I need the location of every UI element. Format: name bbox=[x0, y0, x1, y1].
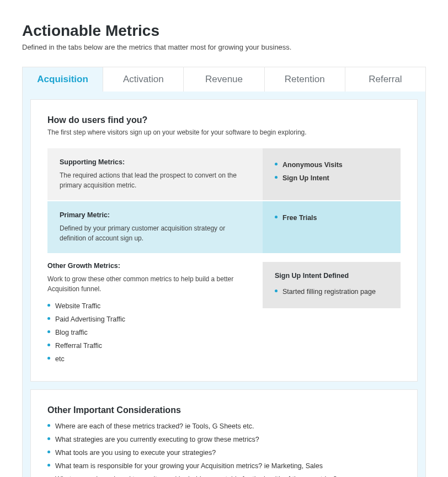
growth-label: Other Growth Metrics: bbox=[47, 262, 252, 270]
growth-row: Other Growth Metrics: Work to grow these… bbox=[47, 262, 401, 366]
list-item: Free Trials bbox=[275, 211, 388, 224]
list-item: Website Traffic bbox=[47, 299, 252, 313]
list-item: What team is responsible for your growin… bbox=[47, 459, 401, 473]
list-item: etc bbox=[47, 352, 252, 366]
tab-bar: Acquisition Activation Revenue Retention… bbox=[22, 67, 426, 92]
list-item: What person is assigned to monitor and b… bbox=[47, 473, 401, 477]
primary-items: Free Trials bbox=[275, 211, 388, 224]
tab-referral[interactable]: Referral bbox=[345, 67, 425, 92]
considerations-heading: Other Important Considerations bbox=[47, 405, 401, 415]
supporting-label: Supporting Metrics: bbox=[60, 158, 250, 166]
defined-items: Started filling registration page bbox=[275, 285, 388, 298]
list-item: What tools are you using to execute your… bbox=[47, 446, 401, 459]
panel-heading: How do users find you? bbox=[47, 115, 401, 125]
page-title: Actionable Metrics bbox=[22, 22, 426, 40]
tab-acquisition[interactable]: Acquisition bbox=[23, 67, 103, 92]
primary-label: Primary Metric: bbox=[60, 211, 250, 219]
page-subtitle: Defined in the tabs below are the metric… bbox=[22, 43, 426, 51]
primary-metric-row: Primary Metric: Defined by your primary … bbox=[47, 201, 401, 253]
list-item: Where are each of these metrics tracked?… bbox=[47, 420, 401, 433]
supporting-metrics-row: Supporting Metrics: The required actions… bbox=[47, 148, 401, 200]
panel-considerations: Other Important Considerations Where are… bbox=[30, 389, 418, 477]
supporting-items: Anonymous Visits Sign Up Intent bbox=[275, 158, 388, 185]
supporting-text: The required actions that lead the prosp… bbox=[60, 170, 250, 190]
primary-text: Defined by your primary customer acquisi… bbox=[60, 223, 250, 243]
list-item: Paid Advertising Traffic bbox=[47, 313, 252, 326]
list-item: Refferral Traffic bbox=[47, 339, 252, 352]
growth-text: Work to grow these other common metrics … bbox=[47, 274, 252, 294]
list-item: Started filling registration page bbox=[275, 285, 388, 298]
list-item: Sign Up Intent bbox=[275, 171, 388, 185]
tab-retention[interactable]: Retention bbox=[265, 67, 345, 92]
tab-content: How do users find you? The first step wh… bbox=[22, 92, 426, 477]
growth-items: Website Traffic Paid Advertising Traffic… bbox=[47, 299, 252, 366]
panel-desc: The first step where visitors sign up on… bbox=[47, 128, 401, 136]
list-item: What strategies are you currently execut… bbox=[47, 433, 401, 446]
panel-funnel: How do users find you? The first step wh… bbox=[30, 99, 418, 382]
list-item: Blog traffic bbox=[47, 326, 252, 339]
tab-activation[interactable]: Activation bbox=[103, 67, 184, 92]
defined-label: Sign Up Intent Defined bbox=[275, 272, 388, 280]
tab-revenue[interactable]: Revenue bbox=[184, 67, 264, 92]
defined-box: Sign Up Intent Defined Started filling r… bbox=[263, 262, 401, 308]
list-item: Anonymous Visits bbox=[275, 158, 388, 171]
considerations-items: Where are each of these metrics tracked?… bbox=[47, 420, 401, 477]
